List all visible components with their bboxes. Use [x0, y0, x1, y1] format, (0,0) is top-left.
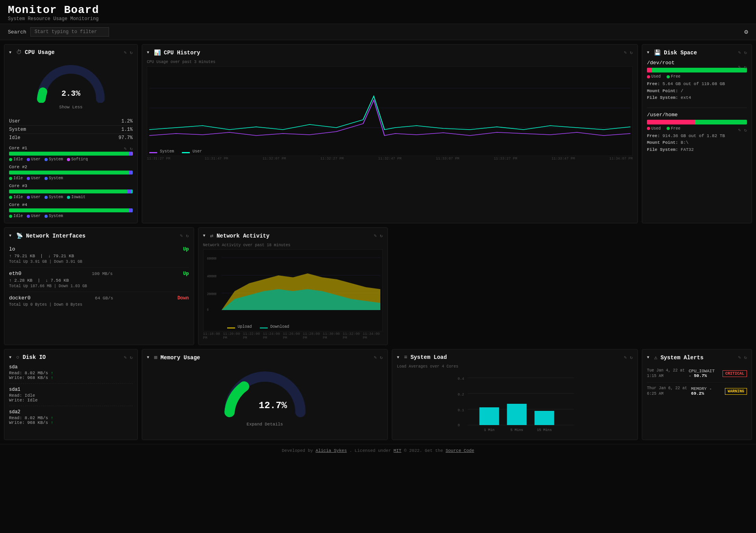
disk-space-controls: ✎ ↻	[738, 50, 747, 56]
net-if-refresh[interactable]: ↻	[186, 233, 189, 239]
alert0-time: Tue Jan 4, 22 at1:15 AM	[647, 368, 685, 379]
net-if-collapse[interactable]: ▼	[9, 234, 11, 238]
disk-space-header: ▼ 💾 Disk Space ✎ ↻	[647, 49, 747, 56]
net-docker0-status: Down	[178, 295, 189, 301]
disk1-free	[695, 120, 747, 124]
net-docker0-header: docker0 64 GB/s Down	[9, 295, 189, 301]
cores-section: ✎ ↻ Core #1 Idle User System Softirq Cor…	[9, 146, 133, 218]
disk0-edit[interactable]: ✎	[738, 64, 741, 70]
mem-collapse[interactable]: ▼	[147, 355, 149, 360]
disk-space-refresh[interactable]: ↻	[744, 50, 747, 56]
cpu-gauge: 2.3%	[35, 63, 106, 103]
net-act-times: 11:18:00 PM11:20:00 PM11:22:00 PM11:24:0…	[203, 332, 383, 340]
mem-gauge-value: 12.7%	[258, 400, 287, 411]
net-act-edit[interactable]: ✎	[374, 233, 377, 239]
load-collapse[interactable]: ▼	[397, 355, 399, 360]
search-label: Search	[8, 29, 26, 35]
core-edit-icon[interactable]: ✎	[124, 146, 127, 152]
net-lo-header: lo Up	[9, 246, 189, 252]
disk-io-collapse[interactable]: ▼	[9, 355, 11, 360]
footer-license-text: . Licensed under	[349, 448, 393, 453]
alerts-edit[interactable]: ✎	[738, 355, 741, 360]
net-docker0-total: Total Up 0 Bytes | Down 0 Bytes	[9, 303, 189, 307]
alerts-refresh[interactable]: ↻	[744, 355, 747, 360]
disk-device-1: /user/home Used Free Free: 914.36 GB out…	[647, 112, 747, 154]
disk1-used	[647, 120, 695, 124]
alerts-collapse[interactable]: ▼	[647, 355, 649, 360]
net-act-refresh[interactable]: ↻	[380, 233, 383, 239]
disk-io-edit[interactable]: ✎	[124, 355, 127, 360]
cpu-usage-controls: ✎ ↻	[124, 50, 133, 56]
svg-text:1 Min: 1 Min	[484, 428, 495, 432]
mem-icon: ⊞	[154, 354, 157, 361]
cpu-gauge-value: 2.3%	[61, 89, 81, 98]
show-less-button[interactable]: Show Less	[59, 105, 82, 110]
middle-grid: ▼ 📡 Network Interfaces ✎ ↻ lo Up ↑ 79.21…	[0, 227, 756, 345]
svg-text:0.4: 0.4	[458, 377, 464, 381]
collapse-icon[interactable]: ▼	[9, 50, 11, 55]
cpu-history-svg	[149, 69, 630, 147]
load-bar-15min	[535, 411, 554, 425]
cpu-history-title: CPU History	[164, 50, 200, 56]
disk1-controls: ✎ ↻	[738, 127, 747, 133]
cpu-usage-panel: ▼ ⏱ CPU Usage ✎ ↻ 2.3% Show Less	[4, 44, 138, 223]
disk0-bar	[647, 68, 747, 72]
disk-space-panel: ▼ 💾 Disk Space ✎ ↻ /dev/root Used Free F…	[642, 44, 752, 223]
load-edit[interactable]: ✎	[624, 355, 627, 360]
core3-bar	[9, 189, 133, 193]
footer-author[interactable]: Alicia Sykes	[316, 448, 347, 453]
disk-io-title: Disk IO	[22, 354, 46, 360]
net-eth0-status: Up	[183, 271, 189, 277]
mem-refresh[interactable]: ↻	[380, 355, 383, 360]
alert1-time: Thur Jan 6, 22 at6:25 AM	[647, 386, 687, 397]
core2-idle	[9, 171, 129, 175]
user-label: User	[9, 119, 20, 124]
net-act-collapse[interactable]: ▼	[203, 234, 206, 238]
core-refresh-icon[interactable]: ↻	[130, 146, 133, 152]
net-act-svg: 600000 400000 200000 0	[206, 252, 381, 323]
refresh-icon[interactable]: ↻	[130, 50, 133, 56]
footer-source-link[interactable]: Source Code	[446, 448, 474, 453]
cpu-history-controls: ✎ ↻	[624, 50, 633, 56]
load-refresh[interactable]: ↻	[630, 355, 633, 360]
disk1-refresh[interactable]: ↻	[744, 127, 747, 133]
expand-details-button[interactable]: Expand Details	[246, 422, 283, 427]
disk-io-refresh[interactable]: ↻	[130, 355, 133, 360]
idle-value: 97.7%	[119, 135, 133, 141]
net-eth0-header: eth0 100 MB/s Up	[9, 271, 189, 277]
disk1-edit[interactable]: ✎	[738, 127, 741, 133]
cpu-history-edit[interactable]: ✎	[624, 50, 627, 56]
net-if-edit[interactable]: ✎	[180, 233, 183, 239]
net-if-controls: ✎ ↻	[180, 233, 189, 239]
cpu-history-header: ▼ 📊 CPU History ✎ ↻	[147, 49, 633, 56]
load-svg: 0.4 0.2 0.1 0 1 Min 5 Mins	[397, 372, 633, 435]
net-if-header: ▼ 📡 Network Interfaces ✎ ↻	[9, 232, 189, 239]
disk-space-edit[interactable]: ✎	[738, 50, 741, 56]
footer-year: © 2022.	[404, 448, 425, 453]
load-bar-5min	[507, 404, 527, 425]
footer-license[interactable]: MIT	[394, 448, 402, 453]
edit-icon[interactable]: ✎	[124, 50, 127, 56]
disk0-refresh[interactable]: ↻	[744, 64, 747, 70]
mem-edit[interactable]: ✎	[374, 355, 377, 360]
load-chart-label: Load Averages over 4 Cores	[397, 364, 633, 369]
load-chart: 0.4 0.2 0.1 0 1 Min 5 Mins	[397, 372, 633, 435]
header: Monitor Board System Resource Usage Moni…	[0, 0, 756, 24]
net-act-chart-label: Network Activity over past 18 minutes	[203, 243, 383, 247]
core2-legend: Idle User System	[9, 176, 133, 180]
disk1-legend: Used Free	[647, 126, 747, 131]
search-input[interactable]	[30, 27, 109, 37]
filter-icon[interactable]: ⚙	[744, 28, 748, 36]
cpu-history-refresh[interactable]: ↻	[630, 50, 633, 56]
cpu-icon: ⏱	[16, 49, 22, 56]
disk-space-collapse[interactable]: ▼	[647, 50, 649, 55]
core4-idle	[9, 208, 129, 212]
cpu-history-times: 11:31:27 PM11:31:47 PM11:32:07 PM11:32:2…	[147, 157, 633, 161]
network-grid: ▼ 📡 Network Interfaces ✎ ↻ lo Up ↑ 79.21…	[4, 227, 388, 345]
core1-softirq	[132, 152, 133, 156]
cpu-history-collapse[interactable]: ▼	[147, 50, 149, 55]
cpu-usage-header: ▼ ⏱ CPU Usage ✎ ↻	[9, 49, 133, 56]
core3-idle	[9, 189, 128, 193]
cpu-history-chart: System User	[147, 66, 633, 156]
net-docker0: docker0 64 GB/s Down Total Up 0 Bytes | …	[9, 292, 189, 310]
